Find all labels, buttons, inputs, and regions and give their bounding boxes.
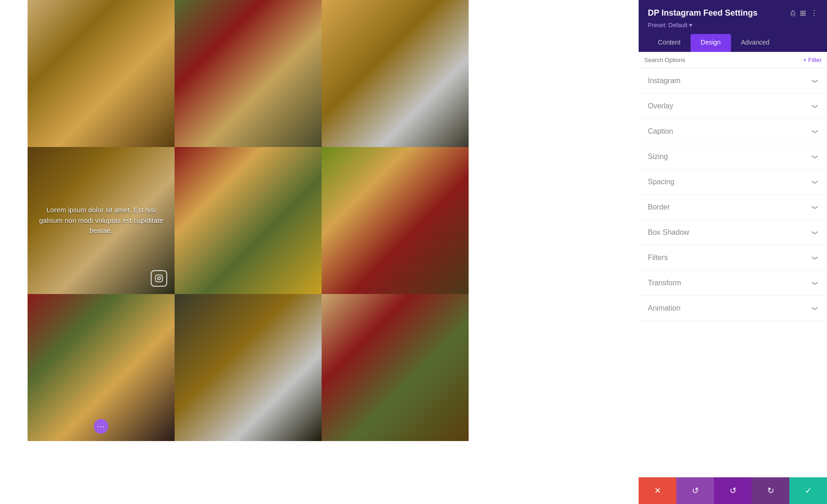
feed-area: Lorem ipsum dolor sit amet. Est nisi gal… [0, 0, 639, 504]
save-icon: ✓ [805, 486, 812, 496]
panel-bottom: ✕ ↺ ↺ ↻ ✓ [639, 477, 827, 504]
filter-button[interactable]: + Filter [803, 57, 821, 63]
feed-grid: Lorem ipsum dolor sit amet. Est nisi gal… [28, 0, 469, 441]
accordion-header-transform[interactable]: Transform ❯ [639, 271, 827, 295]
accordion-header-caption[interactable]: Caption ❯ [639, 119, 827, 144]
more-icon[interactable]: ⋮ [810, 9, 818, 17]
accordion-header-box-shadow[interactable]: Box Shadow ❯ [639, 220, 827, 245]
undo-button[interactable]: ↺ [676, 477, 714, 504]
panel-tabs: Content Design Advanced [648, 34, 818, 52]
accordion-header-animation[interactable]: Animation ❯ [639, 296, 827, 321]
accordion-box-shadow: Box Shadow ❯ [639, 220, 827, 245]
feed-item-8[interactable] [175, 294, 322, 441]
feed-item-4[interactable]: Lorem ipsum dolor sit amet. Est nisi gal… [28, 147, 175, 294]
accordion-label-instagram: Instagram [648, 77, 680, 85]
feed-item-9[interactable] [322, 294, 469, 441]
search-input[interactable] [644, 57, 799, 63]
chevron-caption: ❯ [812, 129, 819, 134]
dots-icon[interactable]: ··· [94, 419, 108, 434]
chevron-instagram: ❯ [812, 79, 819, 84]
feed-item-7[interactable]: ··· [28, 294, 175, 441]
chevron-overlay: ❯ [812, 104, 819, 109]
chevron-border: ❯ [812, 205, 819, 210]
chevron-transform: ❯ [812, 281, 819, 286]
accordion-label-caption: Caption [648, 127, 673, 136]
panel-title-icons: ⎙ ⊞ ⋮ [791, 9, 818, 17]
save-button[interactable]: ✓ [789, 477, 827, 504]
svg-point-1 [158, 277, 160, 280]
accordion-header-overlay[interactable]: Overlay ❯ [639, 94, 827, 119]
feed-item-2[interactable] [175, 0, 322, 147]
cancel-icon: ✕ [654, 486, 661, 496]
accordion-label-animation: Animation [648, 304, 680, 312]
feed-item-6[interactable] [322, 147, 469, 294]
panel-title-row: DP Instagram Feed Settings ⎙ ⊞ ⋮ [648, 8, 818, 18]
cancel-button[interactable]: ✕ [639, 477, 676, 504]
filter-label: + Filter [803, 57, 821, 63]
overlay-text: Lorem ipsum dolor sit amet. Est nisi gal… [37, 205, 165, 236]
instagram-icon [151, 270, 167, 287]
settings-panel: DP Instagram Feed Settings ⎙ ⊞ ⋮ Preset:… [639, 0, 827, 504]
undo-icon: ↺ [692, 486, 699, 496]
panel-body: + Filter Instagram ❯ Overlay ❯ Caption ❯ [639, 52, 827, 477]
history-icon: ↺ [730, 486, 736, 496]
svg-rect-0 [156, 275, 163, 282]
accordion-instagram: Instagram ❯ [639, 68, 827, 94]
accordion-header-sizing[interactable]: Sizing ❯ [639, 144, 827, 169]
chevron-box-shadow: ❯ [812, 230, 819, 235]
accordion-label-box-shadow: Box Shadow [648, 228, 689, 237]
accordion-transform: Transform ❯ [639, 271, 827, 296]
accordion-header-spacing[interactable]: Spacing ❯ [639, 170, 827, 194]
chevron-filters: ❯ [812, 255, 819, 260]
accordion-label-transform: Transform [648, 279, 681, 287]
panel-title: DP Instagram Feed Settings [648, 8, 758, 18]
accordion-label-spacing: Spacing [648, 178, 674, 186]
accordion-filters: Filters ❯ [639, 245, 827, 271]
accordion-header-instagram[interactable]: Instagram ❯ [639, 68, 827, 93]
accordion-border: Border ❯ [639, 195, 827, 220]
chevron-animation: ❯ [812, 306, 819, 311]
accordion-label-border: Border [648, 203, 670, 211]
redo-button[interactable]: ↻ [752, 477, 789, 504]
svg-point-2 [160, 276, 161, 277]
feed-item-3[interactable] [322, 0, 469, 147]
feed-item-5[interactable] [175, 147, 322, 294]
tab-content[interactable]: Content [648, 34, 691, 52]
accordion-spacing: Spacing ❯ [639, 170, 827, 195]
panel-preset[interactable]: Preset: Default ▾ [648, 22, 818, 28]
redo-icon: ↻ [767, 486, 774, 496]
tab-advanced[interactable]: Advanced [731, 34, 780, 52]
accordion-header-border[interactable]: Border ❯ [639, 195, 827, 220]
accordion-overlay: Overlay ❯ [639, 94, 827, 119]
history-button[interactable]: ↺ [714, 477, 752, 504]
chevron-sizing: ❯ [812, 154, 819, 159]
accordion-header-filters[interactable]: Filters ❯ [639, 245, 827, 270]
accordion-label-overlay: Overlay [648, 102, 673, 110]
accordion-animation: Animation ❯ [639, 296, 827, 321]
search-row: + Filter [639, 52, 827, 68]
tab-design[interactable]: Design [691, 34, 731, 52]
grid-icon[interactable]: ⊞ [800, 9, 806, 17]
chevron-spacing: ❯ [812, 180, 819, 185]
feed-item-1[interactable] [28, 0, 175, 147]
accordion-label-filters: Filters [648, 254, 668, 262]
panel-header: DP Instagram Feed Settings ⎙ ⊞ ⋮ Preset:… [639, 0, 827, 52]
screenshot-icon[interactable]: ⎙ [791, 9, 795, 17]
accordion-label-sizing: Sizing [648, 153, 668, 161]
accordion-caption: Caption ❯ [639, 119, 827, 144]
accordion-sizing: Sizing ❯ [639, 144, 827, 170]
